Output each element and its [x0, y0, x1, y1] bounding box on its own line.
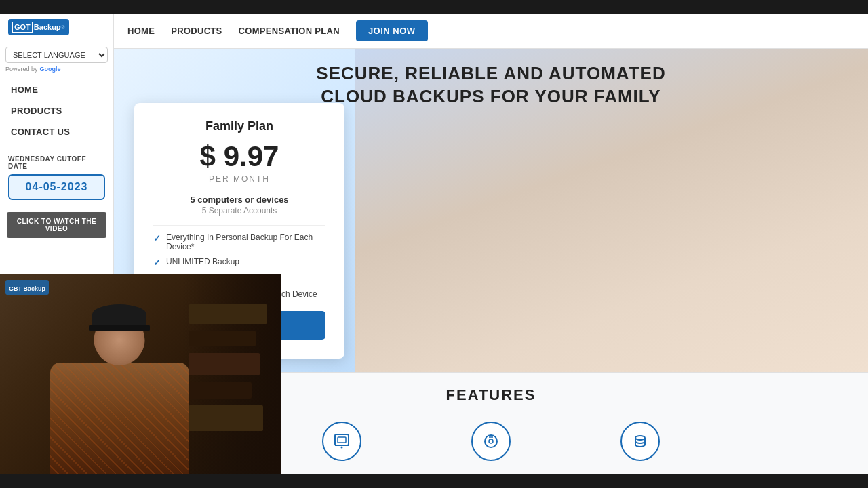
watch-video-button[interactable]: CLICK TO WATCH THE VIDEO	[7, 212, 106, 238]
nav-compensation[interactable]: COMPENSATION PLAN	[239, 26, 340, 36]
video-content: GBT Backup	[0, 274, 281, 474]
feature-item-2: ✓ UNLIMITED Backup	[153, 257, 326, 268]
powered-by: Powered by Google	[0, 64, 113, 77]
video-watermark: GBT Backup	[5, 280, 49, 295]
sidebar-item-home[interactable]: HOME	[0, 79, 113, 100]
person-body	[42, 314, 197, 474]
hat-brim	[89, 325, 150, 331]
plan-period: PER MONTH	[153, 174, 326, 184]
language-select[interactable]: SELECT LANGUAGE	[5, 47, 108, 63]
logo-backup-text: Backup	[34, 23, 61, 31]
nav-join-button[interactable]: JOIN NOW	[356, 20, 428, 41]
hero-title: SECURE, RELIABLE AND AUTOMATED CLOUD BAC…	[114, 62, 868, 108]
shelf-items	[189, 304, 267, 464]
video-overlay[interactable]: GBT Backup	[0, 274, 281, 474]
google-text: Google	[40, 66, 61, 73]
svg-point-7	[635, 436, 645, 440]
nav-home[interactable]: HOME	[127, 26, 155, 36]
shelf-item	[189, 304, 267, 323]
watermark-text: GBT Backup	[9, 285, 45, 292]
check-icon-1: ✓	[153, 233, 161, 243]
plan-accounts: 5 Separate Accounts	[153, 206, 326, 216]
sidebar-item-products[interactable]: PRODUCTS	[0, 100, 113, 121]
plan-devices: 5 computers or devices	[153, 195, 326, 205]
cutoff-section: WEDNESDAY CUTOFF DATE 04-05-2023	[0, 148, 113, 207]
powered-by-text: Powered by	[5, 66, 38, 73]
feature-icon-box-1	[267, 415, 416, 468]
cutoff-date: 04-05-2023	[8, 174, 105, 200]
feature-text-1: Everything In Personal Backup For Each D…	[166, 232, 326, 251]
sidebar-nav: HOME PRODUCTS CONTACT US	[0, 77, 113, 145]
top-bar	[0, 0, 868, 14]
shelf-item	[189, 331, 256, 347]
logo: GOT Backup ®	[8, 19, 69, 35]
shelf-item	[189, 405, 263, 431]
svg-rect-0	[335, 434, 349, 445]
feature-icon-box-3	[566, 415, 715, 468]
person-shirt-pattern	[50, 363, 189, 474]
svg-rect-1	[338, 437, 346, 443]
feature-text-2: UNLIMITED Backup	[166, 257, 239, 266]
check-icon-2: ✓	[153, 258, 161, 268]
sidebar-item-contact[interactable]: CONTACT US	[0, 121, 113, 142]
logo-tm: ®	[61, 24, 65, 30]
logo-got-text: GOT	[12, 22, 33, 33]
app-wrapper: GOT Backup ® SELECT LANGUAGE Powered by …	[0, 0, 868, 488]
top-nav: HOME PRODUCTS COMPENSATION PLAN JOIN NOW	[114, 14, 868, 49]
shelf-item	[189, 353, 260, 375]
person-hat	[92, 304, 146, 325]
bottom-bar	[0, 474, 868, 488]
shelf-item	[189, 382, 252, 399]
hero-text: SECURE, RELIABLE AND AUTOMATED CLOUD BAC…	[114, 62, 868, 108]
language-selector-wrapper: SELECT LANGUAGE	[0, 41, 113, 64]
svg-point-3	[341, 447, 343, 449]
plan-name: Family Plan	[153, 119, 326, 134]
feature-item-1: ✓ Everything In Personal Backup For Each…	[153, 232, 326, 251]
logo-area: GOT Backup ®	[0, 14, 113, 41]
hero-title-line1: SECURE, RELIABLE AND AUTOMATED	[114, 62, 868, 85]
backup-icon	[322, 422, 361, 461]
feature-icon-box-2	[416, 415, 566, 468]
nav-products[interactable]: PRODUCTS	[171, 26, 222, 36]
card-divider	[153, 225, 326, 226]
plan-price: $ 9.97	[153, 140, 326, 173]
svg-point-5	[489, 439, 493, 443]
music-icon	[471, 422, 511, 461]
database-icon	[620, 422, 660, 461]
cutoff-label: WEDNESDAY CUTOFF DATE	[8, 155, 105, 170]
